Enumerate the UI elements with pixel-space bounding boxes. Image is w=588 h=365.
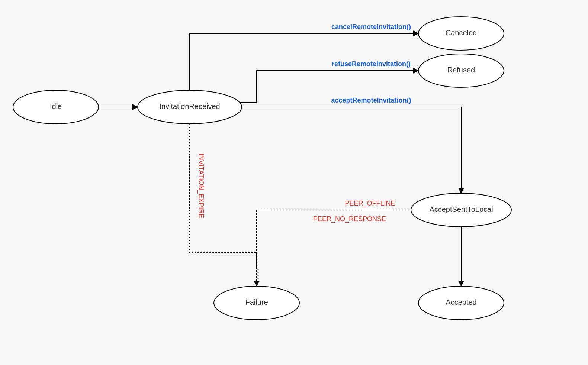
node-accepted: Accepted xyxy=(418,286,504,320)
svg-text:Canceled: Canceled xyxy=(446,29,477,37)
svg-text:AcceptSentToLocal: AcceptSentToLocal xyxy=(429,205,493,213)
label-peer-no-response: PEER_NO_RESPONSE xyxy=(313,215,386,223)
label-invitation-expire: INVITATION_EXPIRE xyxy=(197,154,205,218)
svg-text:Idle: Idle xyxy=(50,102,62,110)
node-acceptsenttolocal: AcceptSentToLocal xyxy=(411,193,511,227)
svg-text:Refused: Refused xyxy=(447,66,475,74)
label-cancel: cancelRemoteInvitation() xyxy=(331,23,411,30)
svg-text:InvitationReceived: InvitationReceived xyxy=(159,102,220,110)
label-refuse: refuseRemoteInvitation() xyxy=(332,60,411,68)
node-refused: Refused xyxy=(418,54,504,87)
node-failure: Failure xyxy=(214,286,299,320)
edge-invitation-to-acceptsent xyxy=(242,107,461,193)
svg-text:Failure: Failure xyxy=(245,298,268,306)
node-canceled: Canceled xyxy=(418,17,504,50)
node-invitation-received: InvitationReceived xyxy=(138,90,242,124)
label-accept: acceptRemoteInvitation() xyxy=(331,97,411,104)
state-diagram: cancelRemoteInvitation() refuseRemoteInv… xyxy=(0,0,588,365)
node-idle: Idle xyxy=(13,90,99,124)
svg-text:Accepted: Accepted xyxy=(446,298,476,306)
label-peer-offline: PEER_OFFLINE xyxy=(345,200,395,207)
